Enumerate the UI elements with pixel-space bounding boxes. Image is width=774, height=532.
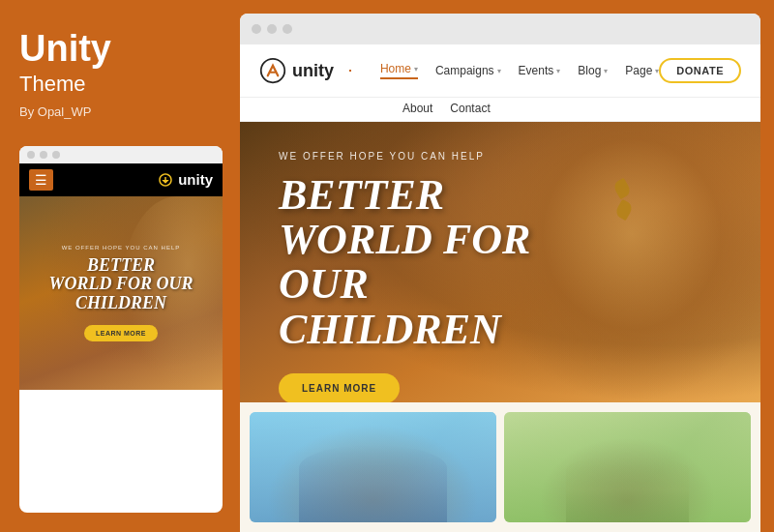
nav-chevron-events: ▾ <box>556 67 560 75</box>
hero-section: WE OFFER HOPE YOU CAN HELP BETTER WORLD … <box>240 122 760 402</box>
mobile-unity-icon <box>157 171 174 189</box>
nav-chevron-campaigns: ▾ <box>497 67 501 75</box>
site-nav-bar: unity Home ▾ Campaigns ▾ Events <box>240 44 760 98</box>
nav-chevron-home: ▾ <box>414 65 418 74</box>
site-logo-text: unity <box>292 61 334 81</box>
nav-divider <box>349 70 351 72</box>
main-browser-area: unity Home ▾ Campaigns ▾ Events <box>240 14 760 532</box>
hero-title: BETTER WORLD FOR OUR CHILDREN <box>279 173 617 352</box>
theme-title-group: Unity Theme By Opal_WP <box>19 29 221 119</box>
bottom-card-2 <box>504 412 751 522</box>
theme-author: By Opal_WP <box>19 104 221 119</box>
mobile-menu-button[interactable]: ☰ <box>29 169 53 191</box>
nav-link-campaigns[interactable]: Campaigns ▾ <box>435 64 501 77</box>
website-content: unity Home ▾ Campaigns ▾ Events <box>240 44 760 532</box>
nav-link-blog[interactable]: Blog ▾ <box>578 64 608 77</box>
hero-learn-more-button[interactable]: LEARN MORE <box>279 373 400 402</box>
mobile-hero-content: WE OFFER HOPE YOU CAN HELP BETTER WORLD … <box>39 235 202 351</box>
mobile-logo-text: unity <box>178 171 213 188</box>
nav-link-page[interactable]: Page ▾ <box>625 64 659 77</box>
unity-logo-icon <box>259 57 286 84</box>
nav-chevron-blog: ▾ <box>604 67 608 75</box>
primary-nav: Home ▾ Campaigns ▾ Events ▾ Blog ▾ <box>380 62 659 79</box>
browser-dot-2 <box>267 24 277 34</box>
mobile-titlebar <box>19 146 223 163</box>
nav-link-home[interactable]: Home ▾ <box>380 62 418 79</box>
bottom-card-1 <box>250 412 496 522</box>
people-silhouette-2 <box>566 457 690 522</box>
theme-title: Unity <box>19 29 221 70</box>
mobile-hero-title: BETTER WORLD FOR OUR CHILDREN <box>48 256 193 313</box>
people-silhouette-1 <box>299 445 447 522</box>
mobile-preview-card: ☰ unity WE OFFER HOPE YOU CAN HELP BETTE… <box>19 146 223 513</box>
mobile-logo: unity <box>157 171 213 189</box>
secondary-nav: About Contact <box>240 98 760 122</box>
site-navigation: unity Home ▾ Campaigns ▾ Events <box>240 44 760 122</box>
mobile-hero-label: WE OFFER HOPE YOU CAN HELP <box>48 245 193 251</box>
mobile-dot-3 <box>52 151 60 159</box>
mobile-nav-bar: ☰ unity <box>19 163 223 196</box>
nav-link-events[interactable]: Events ▾ <box>519 64 561 77</box>
mobile-dot-2 <box>40 151 47 159</box>
mobile-dot-1 <box>27 151 35 159</box>
nav-link-contact[interactable]: Contact <box>450 102 490 115</box>
svg-point-0 <box>261 59 285 83</box>
hero-content: WE OFFER HOPE YOU CAN HELP BETTER WORLD … <box>240 122 760 402</box>
mobile-hero-section: WE OFFER HOPE YOU CAN HELP BETTER WORLD … <box>19 196 223 390</box>
bottom-cards-strip <box>240 402 760 532</box>
donate-button[interactable]: DONATE <box>659 58 741 83</box>
browser-titlebar <box>240 14 760 44</box>
nav-link-about[interactable]: About <box>402 102 432 115</box>
hero-small-label: WE OFFER HOPE YOU CAN HELP <box>279 151 722 162</box>
sidebar: Unity Theme By Opal_WP ☰ unity WE OFFER … <box>0 0 240 532</box>
mobile-learn-more-button[interactable]: LEARN MORE <box>84 325 158 341</box>
browser-dot-1 <box>252 24 261 34</box>
browser-dot-3 <box>283 24 292 34</box>
nav-right: DONATE <box>659 58 741 83</box>
theme-subtitle: Theme <box>19 72 221 97</box>
site-logo: unity <box>259 57 334 84</box>
